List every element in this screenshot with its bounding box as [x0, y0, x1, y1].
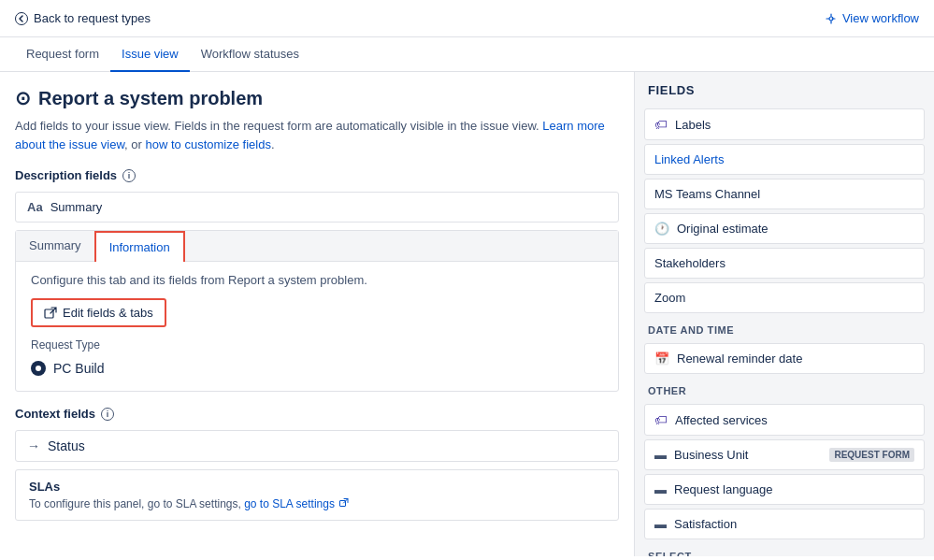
- field-affected-services[interactable]: 🏷 Affected services: [644, 404, 925, 436]
- field-renewal-reminder[interactable]: 📅 Renewal reminder date: [644, 343, 925, 374]
- fields-section-select: Select ⌄ Impact REQUEST FORM: [635, 543, 934, 556]
- customize-fields-link[interactable]: how to customize fields: [145, 137, 270, 151]
- field-stakeholders[interactable]: Stakeholders: [644, 248, 925, 279]
- right-panel: Fields 🏷 Labels Linked Alerts MS Teams C…: [635, 72, 934, 556]
- tab-workflow-statuses[interactable]: Workflow statuses: [190, 37, 310, 72]
- business-unit-label: Business Unit: [674, 448, 822, 462]
- description-text: Add fields to your issue view. Fields in…: [15, 117, 619, 153]
- tag2-icon: 🏷: [654, 412, 668, 427]
- calendar-icon: 📅: [654, 352, 669, 366]
- other-section-title: Other: [635, 378, 934, 400]
- left-panel: ⊙ Report a system problem Add fields to …: [0, 72, 635, 556]
- back-label: Back to request types: [34, 11, 151, 25]
- pc-build-label: PC Build: [53, 361, 104, 376]
- field-zoom[interactable]: Zoom: [644, 282, 925, 313]
- back-to-request-types-link[interactable]: Back to request types: [15, 11, 151, 25]
- view-workflow-button[interactable]: View workflow: [825, 11, 919, 25]
- top-bar: Back to request types View workflow: [0, 0, 934, 37]
- labels-label: Labels: [675, 118, 914, 132]
- context-fields-header: Context fields i: [15, 407, 619, 421]
- context-fields-info-icon[interactable]: i: [101, 408, 114, 421]
- issue-tab-content: Configure this tab and its fields from R…: [16, 262, 618, 391]
- fields-section-unlabeled: 🏷 Labels Linked Alerts MS Teams Channel …: [635, 108, 934, 313]
- sla-desc: To configure this panel, go to SLA setti…: [29, 497, 605, 510]
- original-estimate-label: Original estimate: [677, 222, 914, 236]
- field-request-language[interactable]: ▬ Request language: [644, 474, 925, 505]
- field-original-estimate[interactable]: 🕐 Original estimate: [644, 213, 925, 244]
- fields-section-date-time: Date and time 📅 Renewal reminder date: [635, 317, 934, 374]
- affected-services-label: Affected services: [675, 413, 914, 427]
- tab-description: Configure this tab and its fields from R…: [31, 273, 603, 287]
- summary-field-label: Summary: [50, 200, 103, 214]
- clock-icon: 🕐: [654, 222, 669, 236]
- tab-request-form[interactable]: Request form: [15, 37, 110, 72]
- sla-settings-link[interactable]: go to SLA settings: [244, 497, 335, 510]
- request-language-label: Request language: [674, 482, 914, 496]
- field-labels[interactable]: 🏷 Labels: [644, 108, 925, 140]
- back-arrow-icon: [15, 12, 28, 25]
- exclamation-icon: ⊙: [15, 87, 31, 109]
- summary-field-card: Aa Summary: [15, 192, 619, 223]
- description-fields-header: Description fields i: [15, 168, 619, 182]
- view-workflow-label: View workflow: [842, 11, 919, 25]
- main-layout: ⊙ Report a system problem Add fields to …: [0, 72, 934, 556]
- sla-title: SLAs: [29, 480, 605, 494]
- status-label: Status: [48, 438, 85, 453]
- select-section-title: Select: [635, 543, 934, 556]
- tag-icon: 🏷: [654, 117, 668, 132]
- db3-icon: ▬: [654, 517, 667, 531]
- svg-point-0: [16, 12, 28, 24]
- page-title: ⊙ Report a system problem: [15, 87, 619, 109]
- satisfaction-label: Satisfaction: [674, 517, 914, 531]
- issue-tabs-container: Summary Information Configure this tab a…: [15, 230, 619, 392]
- field-satisfaction[interactable]: ▬ Satisfaction: [644, 509, 925, 539]
- renewal-reminder-label: Renewal reminder date: [677, 352, 914, 366]
- external-link-small-icon: [339, 498, 349, 508]
- zoom-label: Zoom: [654, 291, 914, 305]
- pc-build-field-item: PC Build: [31, 357, 603, 380]
- summary-text-icon: Aa: [27, 200, 43, 214]
- field-business-unit[interactable]: ▬ Business Unit REQUEST FORM: [644, 439, 925, 470]
- arrow-right-icon: →: [27, 438, 40, 453]
- issue-tab-information[interactable]: Information: [94, 231, 185, 262]
- tabs-bar: Request form Issue view Workflow statuse…: [0, 37, 934, 72]
- stakeholders-label: Stakeholders: [654, 256, 914, 270]
- tab-issue-view[interactable]: Issue view: [110, 37, 190, 72]
- db-icon: ▬: [654, 448, 667, 462]
- right-panel-title: Fields: [635, 72, 934, 105]
- issue-tab-summary[interactable]: Summary: [16, 231, 94, 261]
- field-linked-alerts[interactable]: Linked Alerts: [644, 144, 925, 175]
- fields-section-other: Other 🏷 Affected services ▬ Business Uni…: [635, 378, 934, 539]
- field-ms-teams[interactable]: MS Teams Channel: [644, 179, 925, 209]
- issue-tab-headers: Summary Information: [16, 231, 618, 262]
- edit-fields-tabs-button[interactable]: Edit fields & tabs: [31, 298, 166, 327]
- description-fields-info-icon[interactable]: i: [122, 169, 136, 182]
- svg-rect-1: [45, 309, 53, 318]
- date-time-section-title: Date and time: [635, 317, 934, 339]
- context-fields-section: Context fields i → Status: [15, 407, 619, 462]
- workflow-icon: [825, 12, 838, 25]
- external-link-icon: [44, 307, 57, 320]
- bullet-icon: [31, 361, 46, 376]
- status-field-item: → Status: [15, 430, 619, 462]
- ms-teams-label: MS Teams Channel: [654, 187, 914, 201]
- sla-card: SLAs To configure this panel, go to SLA …: [15, 469, 619, 521]
- business-unit-badge: REQUEST FORM: [829, 448, 914, 462]
- field-group-label: Request Type: [31, 338, 603, 352]
- db2-icon: ▬: [654, 482, 667, 496]
- linked-alerts-label: Linked Alerts: [654, 152, 914, 166]
